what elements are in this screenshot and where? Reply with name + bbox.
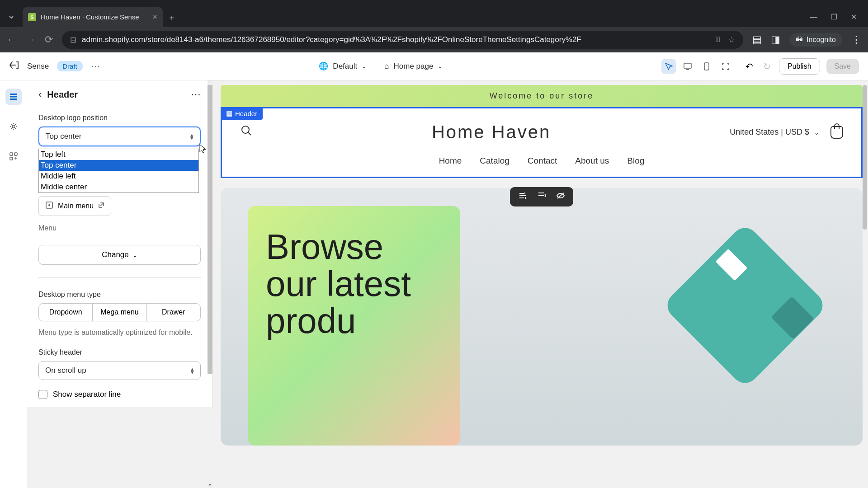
publish-button[interactable]: Publish (779, 58, 820, 75)
minimize-icon[interactable]: — (810, 13, 817, 21)
site-settings-icon[interactable]: ⊟ (70, 35, 76, 45)
inspector-icon[interactable] (661, 59, 676, 74)
incognito-indicator[interactable]: 🕶 Incognito (789, 33, 842, 47)
menu-type-label: Desktop menu type (38, 291, 201, 299)
reading-list-icon[interactable]: ▤ (752, 34, 762, 46)
back-chevron-icon[interactable]: ‹ (38, 89, 42, 100)
chevron-down-icon: ⌄ (132, 252, 137, 258)
close-tab-icon[interactable]: × (152, 12, 157, 22)
hero-image-area (460, 188, 863, 446)
dropdown-option-top-center[interactable]: Top center (39, 160, 198, 171)
incognito-icon: 🕶 (796, 36, 803, 44)
svg-rect-0 (684, 63, 691, 68)
svg-rect-6 (10, 153, 13, 155)
template-selector[interactable]: 🌐 Default ⌄ (319, 61, 366, 71)
sticky-header-select[interactable]: On scroll up ▴▾ (38, 361, 201, 380)
new-tab-button[interactable]: + (163, 9, 181, 27)
side-panel-icon[interactable]: ◨ (771, 34, 780, 46)
chevron-down-icon: ⌄ (362, 63, 366, 70)
logo-position-select[interactable]: Top center ▴▾ (38, 127, 201, 146)
globe-icon: 🌐 (319, 61, 328, 71)
store-logo-text[interactable]: Home Haven (432, 122, 551, 142)
cart-icon[interactable] (830, 126, 843, 139)
visibility-off-icon[interactable]: 👁̸ (715, 35, 720, 44)
svg-point-11 (242, 126, 249, 133)
hide-toolbar-icon[interactable] (556, 192, 565, 202)
preview-scrollbar-thumb[interactable] (863, 85, 867, 230)
nav-contact[interactable]: Contact (528, 156, 557, 166)
shopify-favicon: S (28, 13, 36, 21)
address-bar[interactable]: ⊟ admin.shopify.com/store/de8143-a6/them… (62, 31, 743, 49)
menu-link[interactable]: Main menu (38, 196, 111, 216)
undo-icon[interactable]: ↶ (744, 59, 755, 74)
incognito-label: Incognito (807, 36, 836, 44)
cursor-icon (199, 144, 207, 156)
select-arrows-icon: ▴▾ (190, 133, 193, 140)
mobile-view-icon[interactable] (699, 59, 714, 74)
logo-position-label: Desktop logo position (38, 114, 201, 122)
sidebar-scrollbar-thumb[interactable] (208, 85, 212, 374)
bookmark-icon[interactable]: ☆ (728, 35, 735, 45)
editor-toolbar: Sense Draft ⋯ 🌐 Default ⌄ ⌂ Home page ⌄ (0, 52, 868, 80)
left-rail (0, 80, 27, 488)
announcement-bar[interactable]: Welcome to our store (221, 85, 863, 107)
fullscreen-icon[interactable] (718, 59, 733, 74)
menu-type-helper: Menu type is automatically optimized for… (38, 328, 201, 338)
settings-toolbar-icon[interactable] (518, 192, 527, 202)
hero-section[interactable]: Browse our latest produ (221, 188, 863, 446)
reload-icon[interactable]: ⟳ (45, 34, 53, 46)
app-embeds-rail-icon[interactable] (5, 148, 22, 164)
svg-rect-2 (10, 94, 17, 95)
nav-about[interactable]: About us (575, 156, 609, 166)
logo-position-value: Top center (46, 132, 81, 141)
close-window-icon[interactable]: ✕ (851, 13, 857, 21)
exit-editor-icon[interactable] (9, 61, 19, 71)
theme-name: Sense (27, 62, 49, 71)
home-icon: ⌂ (384, 62, 389, 71)
page-selector[interactable]: ⌂ Home page ⌄ (384, 62, 442, 71)
browser-tab[interactable]: S Home Haven · Customize Sense × (23, 7, 163, 27)
link-icon (45, 201, 53, 211)
section-tag-label: Header (235, 110, 257, 117)
dropdown-option-top-left[interactable]: Top left (39, 149, 198, 160)
theme-settings-rail-icon[interactable] (5, 118, 22, 135)
change-menu-button[interactable]: Change ⌄ (38, 245, 201, 265)
section-title: Header (47, 89, 185, 100)
menu-label: Menu (38, 224, 201, 232)
more-actions-icon[interactable]: ⋯ (91, 61, 100, 72)
separator-label: Show separator line (53, 390, 121, 399)
sticky-header-value: On scroll up (45, 366, 86, 375)
sidebar-scroll-up-icon[interactable] (208, 80, 212, 85)
sidebar-scroll-down-icon[interactable]: ▾ (208, 482, 212, 488)
search-icon[interactable] (240, 124, 253, 140)
segment-mega-menu[interactable]: Mega menu (93, 304, 146, 321)
locale-selector[interactable]: United States | USD $ ⌄ (730, 127, 819, 137)
section-tag-icon: ▦ (226, 109, 232, 117)
dropdown-option-middle-center[interactable]: Middle center (39, 182, 198, 192)
nav-blog[interactable]: Blog (627, 156, 644, 166)
section-actions-icon[interactable]: ⋯ (191, 89, 201, 100)
address-bar-row: ← → ⟳ ⊟ admin.shopify.com/store/de8143-a… (0, 27, 868, 52)
separator-checkbox[interactable] (38, 390, 47, 399)
browser-menu-icon[interactable]: ⋮ (851, 34, 861, 46)
external-link-icon (98, 202, 104, 210)
sections-rail-icon[interactable] (5, 89, 22, 105)
menu-type-segmented: Dropdown Mega menu Drawer (38, 303, 201, 321)
redo-icon: ↻ (761, 59, 773, 74)
nav-home[interactable]: Home (439, 156, 462, 166)
preview-header-section[interactable]: ▦ Header Home Haven United States | USD … (221, 107, 863, 178)
dropdown-option-middle-left[interactable]: Middle left (39, 171, 198, 182)
duplicate-toolbar-icon[interactable] (537, 192, 546, 202)
nav-catalog[interactable]: Catalog (480, 156, 509, 166)
segment-dropdown[interactable]: Dropdown (39, 304, 93, 321)
maximize-icon[interactable]: ❐ (831, 13, 837, 21)
back-icon[interactable]: ← (7, 34, 17, 46)
save-button: Save (826, 59, 859, 74)
template-label: Default (333, 62, 357, 71)
desktop-view-icon[interactable] (680, 59, 695, 74)
svg-rect-7 (14, 153, 17, 155)
segment-drawer[interactable]: Drawer (147, 304, 200, 321)
logo-position-dropdown: Top left Top center Middle left Middle c… (38, 149, 199, 193)
tab-search-dropdown[interactable] (0, 7, 23, 27)
tab-title: Home Haven · Customize Sense (41, 13, 139, 21)
